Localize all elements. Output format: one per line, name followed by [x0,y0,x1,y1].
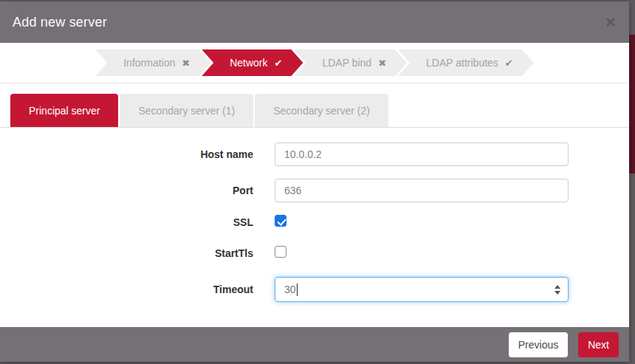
text-caret [297,284,298,296]
spinner-up-icon[interactable] [555,285,560,289]
check-icon: ✔ [505,58,513,69]
starttls-input-col [275,246,286,261]
modal-title: Add new server [13,15,107,30]
close-icon[interactable]: ✕ [605,16,617,30]
spinner-down-icon[interactable] [555,291,560,295]
wizard-steps: Information ✖ Network ✔ LDAP bind ✖ LDAP… [0,43,629,83]
wizard-step-network[interactable]: Network ✔ [202,49,303,76]
tab-secondary-server-2[interactable]: Secondary server (2) [255,94,388,127]
wizard-step-ldap-attributes[interactable]: LDAP attributes ✔ [398,49,534,76]
wizard-step-information[interactable]: Information ✖ [95,49,210,76]
check-icon: ✔ [275,58,283,69]
tab-label: Principal server [29,105,100,117]
cross-icon: ✖ [182,58,190,69]
host-name-row: Host name [0,142,629,166]
wizard-step-label: LDAP attributes [426,57,498,69]
ssl-label: SSL [0,216,253,228]
tab-label: Secondary server (2) [273,105,370,117]
ssl-checkbox[interactable] [275,215,286,227]
next-button[interactable]: Next [578,332,619,357]
timeout-input[interactable]: 30 [275,277,569,302]
starttls-row: StartTls [0,246,629,261]
add-server-modal: Add new server ✕ Information ✖ Network ✔… [0,1,629,362]
wizard-step-label: Network [230,57,267,69]
host-name-label: Host name [0,148,253,160]
cross-icon: ✖ [378,58,386,69]
server-tab-bar: Principal server Secondary server (1) Se… [0,83,629,128]
tab-principal-server[interactable]: Principal server [10,94,118,127]
modal-header: Add new server ✕ [0,1,629,43]
port-input[interactable] [275,179,569,202]
wizard-step-label: Information [123,57,175,69]
port-label: Port [0,185,253,196]
host-name-input-col [275,142,569,166]
wizard-step-label: LDAP bind [322,57,371,69]
timeout-value: 30 [284,284,296,295]
starttls-label: StartTls [0,247,253,259]
wizard-step-ldap-bind[interactable]: LDAP bind ✖ [294,49,407,76]
timeout-label: Timeout [0,284,253,295]
starttls-checkbox[interactable] [275,246,286,258]
ssl-row: SSL [0,215,629,230]
network-form: Host name Port SSL StartTls Timeout [0,128,629,327]
port-row: Port [0,179,629,202]
tab-secondary-server-1[interactable]: Secondary server (1) [120,94,253,127]
host-name-input[interactable] [275,142,569,166]
modal-footer: Previous Next [0,327,629,362]
tab-label: Secondary server (1) [138,105,235,117]
ssl-input-col [275,215,286,230]
previous-button[interactable]: Previous [509,332,568,357]
port-input-col [275,179,569,202]
page-backdrop-strip [629,35,635,174]
timeout-row: Timeout 30 [0,277,629,302]
number-spinner[interactable] [555,278,560,301]
timeout-input-col: 30 [275,277,569,302]
